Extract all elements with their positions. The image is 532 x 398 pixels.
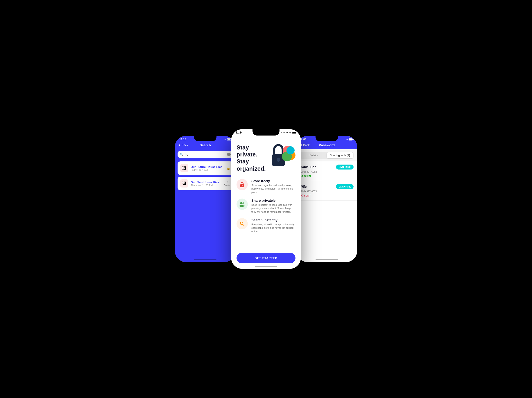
search-icon-feature [240,221,245,226]
svg-rect-2 [278,159,279,162]
unshare-button-2[interactable]: UNSHARE [336,184,354,189]
time-center: 11:24 [236,131,243,134]
back-label-left: Back [182,143,188,147]
unshare-button-1[interactable]: UNSHARE [336,165,354,169]
sharing-person-2: Wife UNSHARE (904) 327-6079 SENT [296,181,357,201]
home-indicator-right [316,259,338,260]
feature-text-store: Store freely Store and organize unlimite… [251,179,296,194]
nav-title-left: Search [200,143,211,147]
sent-label: SENT [304,194,310,197]
result-action-label-2: Daniel [224,184,230,187]
sharing-person-row-1: Daniel Doe UNSHARE [300,165,354,169]
status-icons-center: ∿ [281,131,296,134]
battery-icon-left [227,138,231,141]
sharing-name-1: Daniel Doe [300,165,316,169]
result-thumb-icon-2: 🖼 [182,181,186,186]
feature-icon-store [236,179,248,190]
time-right: 7:04 [301,138,306,141]
back-chevron-left [178,144,180,146]
notch-right [316,136,338,141]
dot4 [286,132,287,133]
hero-headline: Stay private. Stay organized. [236,144,271,172]
sharing-content: Daniel Doe UNSHARE (904) 327-6082 SEEN [296,161,357,262]
status-seen-1: SEEN [300,174,354,178]
back-label-right: Back [303,143,310,147]
share-icon-2: ↗ [224,180,230,184]
svg-point-9 [240,202,242,204]
search-bar-container: 🔍 ho ✕ [175,149,236,160]
hero-section: Stay private. Stay organized. [231,135,301,177]
search-results-list: 🖼 Our Future House Pics Friday, 12:1 AM … [175,160,236,262]
feature-icon-search [236,218,248,229]
result-lock-icon-1: 🔒 [227,167,230,170]
feature-desc-search: Everything stored in the app is instantl… [251,223,296,233]
battery-icon-right [348,138,353,141]
svg-point-12 [242,205,245,207]
result-info-1: Our Future House Pics Friday, 12:1 AM [191,165,224,171]
get-started-button[interactable]: GET STARTED [236,253,296,263]
people-icon-feature [239,201,245,207]
status-icons-right: ∿ [346,138,353,141]
right-phone: 7:04 ∿ Back Password Details Sharing wit… [296,136,357,262]
result-info-2: Our New House Pics Thursday, 11:58 PM [191,180,222,187]
feature-list: Store freely Store and organize unlimite… [231,177,301,236]
search-query[interactable]: ho [185,153,226,156]
feature-title-search: Search instantly [251,218,296,222]
time-left: 11:13 [179,138,186,141]
result-action-2: ↗ Daniel [224,180,230,187]
feature-title-store: Store freely [251,179,296,183]
feature-text-search: Search instantly Everything stored in th… [251,218,296,233]
feature-text-share: Share privately Keep important things or… [251,199,296,214]
result-thumb-1: 🖼 [180,164,188,172]
svg-point-16 [301,176,302,176]
tab-bar-right: Details Sharing with (2) [300,152,354,159]
back-button-right[interactable]: Back [300,143,310,147]
sharing-person-row-2: Wife UNSHARE [300,184,354,189]
result-thumb-2: 🖼 [180,180,188,187]
wifi-icon-left: ∿ [224,138,226,141]
hero-graphic [271,144,296,169]
search-result-1[interactable]: 🖼 Our Future House Pics Friday, 12:1 AM … [177,161,233,175]
home-indicator-left [194,259,216,260]
feature-search: Search instantly Everything stored in th… [236,218,296,233]
svg-line-14 [243,225,244,226]
headline-line2: Stay organized. [236,158,266,172]
notch-center [253,129,279,135]
sharing-person-1: Daniel Doe UNSHARE (904) 327-6082 SEEN [296,161,357,181]
sharing-phone-1: (904) 327-6082 [300,170,354,173]
battery-icon-center [292,132,296,134]
left-phone: 11:13 ∿ Back Search 🔍 ho ✕ [175,136,236,262]
sharing-name-2: Wife [300,185,306,188]
search-icon-left: 🔍 [180,153,184,156]
nav-bar-left: Back Search [175,142,236,149]
notch-left [194,136,216,141]
feature-desc-store: Store and organize unlimited photos, pas… [251,184,296,194]
result-thumb-icon-1: 🖼 [182,166,186,171]
search-bar[interactable]: 🔍 ho ✕ [177,151,233,158]
search-result-2[interactable]: 🖼 Our New House Pics Thursday, 11:58 PM … [177,177,233,190]
dot5 [287,132,288,133]
sharing-phone-2: (904) 327-6079 [300,190,354,193]
svg-point-10 [242,202,244,204]
result-date-1: Friday, 12:1 AM [191,169,224,171]
search-clear-button[interactable]: ✕ [227,153,231,156]
wifi-icon-center: ∿ [289,131,291,134]
feature-title-share: Share privately [251,199,296,202]
home-indicator-center [255,266,277,267]
result-title-2: Our New House Pics [191,180,222,184]
result-date-2: Thursday, 11:58 PM [191,184,222,187]
headline-line1: Stay private. [236,144,257,158]
tab-details[interactable]: Details [300,152,327,158]
seen-label: SEEN [304,175,311,177]
feature-icon-share [236,199,248,210]
status-icons-left: ∿ [224,138,231,141]
wifi-icon-right: ∿ [346,138,348,141]
nav-bar-right: Back Password [296,142,357,149]
dot2 [283,132,284,133]
back-button-left[interactable]: Back [178,143,188,147]
tab-sharing[interactable]: Sharing with (2) [327,152,353,158]
center-phone: 11:24 ∿ Stay private [231,129,301,269]
signal-dots [281,132,288,133]
result-title-1: Our Future House Pics [191,165,224,169]
hero-svg [271,144,296,169]
